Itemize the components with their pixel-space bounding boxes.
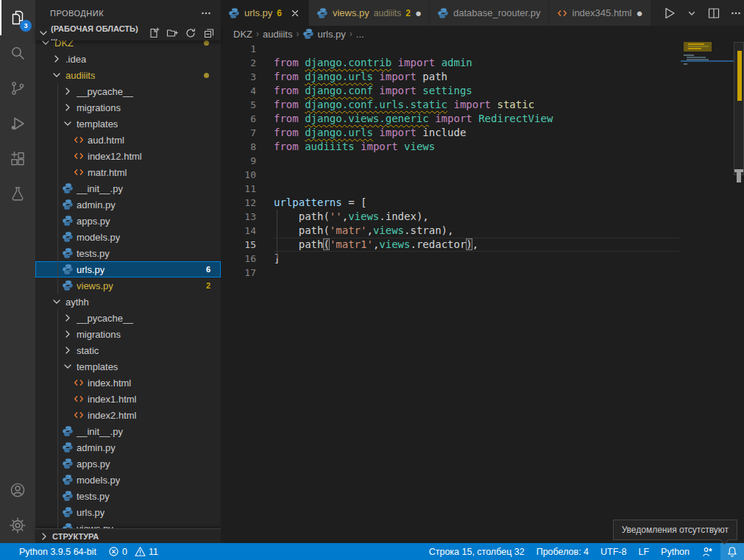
new-file-icon[interactable] xyxy=(148,27,160,39)
tree-item-models.py[interactable]: models.py xyxy=(35,472,221,488)
tree-indent-guide xyxy=(57,358,58,375)
tree-item-__pycache__[interactable]: __pycache__ xyxy=(35,310,221,326)
tree-item-__init__.py[interactable]: __init__.py xyxy=(35,180,221,196)
tree-item-apps.py[interactable]: apps.py xyxy=(35,456,221,472)
tree-item-.idea[interactable]: .idea xyxy=(35,51,221,67)
collapse-all-icon[interactable] xyxy=(203,27,215,39)
tree-item-templates[interactable]: templates xyxy=(35,358,221,375)
tree-item-index1.html[interactable]: index1.html xyxy=(35,391,221,407)
code-line-3: 3from django.urls import path xyxy=(221,70,744,84)
scrollbar[interactable] xyxy=(734,42,744,543)
tree-item-admin.py[interactable]: admin.py xyxy=(35,439,221,456)
tree-item-urls.py[interactable]: urls.py xyxy=(35,504,221,520)
tree-item-apps.py[interactable]: apps.py xyxy=(35,213,221,229)
tab-modified-dot[interactable]: ● xyxy=(636,7,642,18)
new-folder-icon[interactable] xyxy=(166,27,178,39)
tree-item-index12.html[interactable]: index12.html xyxy=(35,148,221,164)
tree-item-DKZ[interactable]: DKZ xyxy=(35,40,221,51)
tree-indent-guide xyxy=(57,472,58,488)
tab-label: views.py xyxy=(333,7,369,18)
tree-item-audiiits[interactable]: audiiits xyxy=(35,67,221,83)
breadcrumb-item-...[interactable]: ... xyxy=(356,29,364,40)
activity-item-settings[interactable] xyxy=(0,508,35,543)
tree-indent-guide xyxy=(57,148,58,164)
status-encoding[interactable]: UTF-8 xyxy=(595,543,632,560)
status-eol[interactable]: LF xyxy=(632,543,655,560)
tree-item-label: admin.py xyxy=(77,199,116,210)
tab-modified-dot[interactable]: ● xyxy=(415,7,422,18)
tree-item-aud.html[interactable]: aud.html xyxy=(35,132,221,148)
breadcrumb-item-audiiits[interactable]: audiiits xyxy=(263,29,292,40)
tree-item-views.py[interactable]: views.py2 xyxy=(35,277,221,294)
tab-index345.html[interactable]: index345.html● xyxy=(549,0,651,26)
tree-item-tests.py[interactable]: tests.py xyxy=(35,488,221,504)
tree-item-index.html[interactable]: index.html xyxy=(35,375,221,391)
code-line-4: 4from django.conf import settings xyxy=(221,84,744,98)
tree-item-templates[interactable]: templates xyxy=(35,116,221,132)
tree-item-urls.py[interactable]: urls.py6 xyxy=(35,261,221,277)
tree-item-matr.html[interactable]: matr.html xyxy=(35,164,221,180)
tree-indent-guide xyxy=(57,310,58,326)
tree-indent-guide xyxy=(57,261,58,277)
line-content xyxy=(274,168,679,182)
tab-urls.py[interactable]: urls.py6 xyxy=(221,0,309,26)
tree-item-migrations[interactable]: migrations xyxy=(35,326,221,342)
tree-item-label: templates xyxy=(77,118,118,130)
status-label: Python xyxy=(661,547,690,557)
status-problems[interactable]: 011 xyxy=(102,543,164,560)
activity-item-extensions[interactable] xyxy=(0,141,35,177)
status-python-interpreter[interactable]: Python 3.9.5 64-bit xyxy=(13,543,102,560)
run-dropdown-icon[interactable] xyxy=(686,7,698,19)
explorer-more-icon[interactable] xyxy=(200,7,212,19)
explorer-title-bar: ПРОВОДНИК xyxy=(35,0,221,26)
activity-item-source-control[interactable] xyxy=(0,71,35,106)
minimap-line xyxy=(687,57,706,58)
status-feedback[interactable] xyxy=(695,543,720,560)
more-actions-icon[interactable] xyxy=(730,7,742,19)
tree-item-__init__.py[interactable]: __init__.py xyxy=(35,423,221,439)
warning-count: 11 xyxy=(149,547,158,557)
tree-item-static[interactable]: static xyxy=(35,342,221,358)
tab-description: audiiits xyxy=(374,8,401,18)
refresh-icon[interactable] xyxy=(185,27,196,39)
activity-item-account[interactable] xyxy=(0,472,35,508)
line-content: ] xyxy=(274,252,679,266)
breadcrumb-item-urls.py[interactable]: urls.py xyxy=(302,28,345,40)
minimap-current-line xyxy=(681,60,734,62)
activity-item-testing[interactable] xyxy=(0,177,35,212)
minimap-line xyxy=(684,54,694,56)
code-line-13: 13 path('',views.index), xyxy=(221,210,744,224)
status-notifications-bell[interactable] xyxy=(720,543,744,560)
activity-item-run-debug[interactable] xyxy=(0,106,35,141)
activity-item-explorer[interactable]: 3 xyxy=(0,0,35,35)
run-icon[interactable] xyxy=(662,6,676,21)
code-editor[interactable]: 12from django.contrib import admin3from … xyxy=(221,42,744,543)
status-label: UTF-8 xyxy=(600,547,626,557)
tree-item-views.py[interactable]: views.py xyxy=(35,520,221,528)
status-indentation[interactable]: Пробелов: 4 xyxy=(531,543,595,560)
tree-item-models.py[interactable]: models.py xyxy=(35,229,221,245)
tab-database_roouter.py[interactable]: database_roouter.py xyxy=(430,0,549,26)
status-label: LF xyxy=(638,547,649,557)
status-cursor-position[interactable]: Строка 15, столбец 32 xyxy=(423,543,531,560)
line-number: 11 xyxy=(221,182,256,196)
minimap[interactable] xyxy=(681,42,734,145)
workspace-section-header[interactable]: (РАБОЧАЯ ОБЛАСТЬ) ... xyxy=(35,26,221,40)
split-editor-icon[interactable] xyxy=(707,7,720,20)
line-number: 1 xyxy=(221,42,256,56)
tree-item-migrations[interactable]: migrations xyxy=(35,99,221,116)
explorer-sidebar: ПРОВОДНИК (РАБОЧАЯ ОБЛАСТЬ) ... DKZ.idea… xyxy=(35,0,221,543)
python-icon xyxy=(316,7,328,19)
tab-close-icon[interactable] xyxy=(289,7,301,19)
tree-item-aythh[interactable]: aythh xyxy=(35,294,221,310)
tab-views.py[interactable]: views.pyaudiiits2● xyxy=(309,0,430,26)
tree-item-admin.py[interactable]: admin.py xyxy=(35,196,221,213)
breadcrumb-item-DKZ[interactable]: DKZ xyxy=(233,29,252,40)
outline-section-header[interactable]: СТРУКТУРА xyxy=(35,528,221,543)
status-language-mode[interactable]: Python xyxy=(655,543,695,560)
activity-item-search[interactable] xyxy=(0,35,35,71)
tree-item-index2.html[interactable]: index2.html xyxy=(35,407,221,423)
python-icon xyxy=(62,263,74,275)
tree-item-__pycache__[interactable]: __pycache__ xyxy=(35,83,221,99)
tree-item-tests.py[interactable]: tests.py xyxy=(35,245,221,261)
